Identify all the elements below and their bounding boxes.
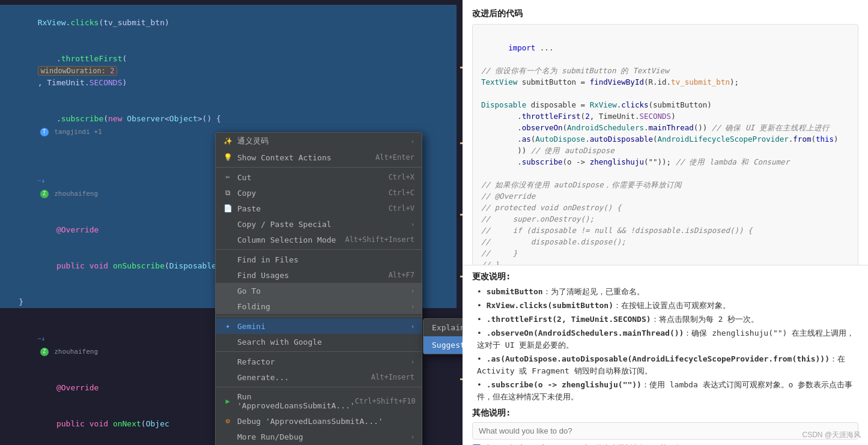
submenu-arrow-gemini: › bbox=[411, 323, 414, 330]
menu-label-paste: Paste bbox=[237, 204, 261, 213]
menu-label-tongyi: 通义灵码 bbox=[237, 136, 269, 147]
shortcut-show-context: Alt+Enter bbox=[375, 153, 414, 162]
menu-item-folding[interactable]: Folding › bbox=[216, 298, 422, 314]
watermark: CSDN @天涯海风 bbox=[802, 430, 861, 440]
menu-divider bbox=[216, 387, 422, 387]
gemini-icon: ✦ bbox=[223, 321, 232, 331]
menu-item-suggest-improvements[interactable]: Suggest Improvements bbox=[423, 336, 463, 354]
menu-divider bbox=[216, 316, 422, 316]
menu-label-copy: Copy bbox=[237, 189, 256, 198]
generate-icon bbox=[223, 372, 232, 382]
paste-icon: 📄 bbox=[223, 204, 232, 213]
submenu-arrow: › bbox=[411, 359, 414, 365]
menu-item-go-to[interactable]: Go To › bbox=[216, 283, 422, 298]
run-icon: ▶ bbox=[223, 396, 232, 406]
menu-item-more-run[interactable]: More Run/Debug › bbox=[216, 429, 422, 444]
change-item: • submitButton：为了清晰起见，已重命名。 bbox=[477, 286, 858, 298]
change-text: • submitButton：为了清晰起见，已重命名。 • RxView.cli… bbox=[472, 286, 858, 403]
menu-label-refactor: Refactor bbox=[237, 357, 275, 366]
menu-item-gemini[interactable]: ✦ Gemini › Explain Code Suggest Improvem… bbox=[216, 318, 422, 334]
tongyi-icon: ✨ bbox=[223, 136, 232, 146]
menu-label-copy-paste-special: Copy / Paste Special bbox=[237, 220, 332, 229]
shortcut-paste: Ctrl+V bbox=[389, 204, 414, 213]
scroll-indicator bbox=[457, 0, 463, 445]
shortcut-run: Ctrl+Shift+F10 bbox=[355, 397, 416, 405]
menu-label-search-google: Search with Google bbox=[237, 338, 322, 347]
chat-input[interactable] bbox=[479, 426, 852, 435]
menu-item-paste[interactable]: 📄 Paste Ctrl+V bbox=[216, 201, 422, 216]
submenu-arrow: › bbox=[411, 221, 414, 228]
copy-icon: ⧉ bbox=[223, 188, 232, 198]
menu-item-debug[interactable]: ⚙ Debug 'ApprovedLoansSubmitA...' bbox=[216, 413, 422, 429]
menu-item-search-google[interactable]: Search with Google bbox=[216, 334, 422, 350]
change-item: • RxView.clicks(submitButton)：在按钮上设置点击可观… bbox=[477, 300, 858, 312]
column-selection-icon bbox=[223, 235, 232, 244]
change-item: • .as(AutoDispose.autoDisposable(Android… bbox=[477, 353, 858, 377]
menu-label-explain-code: Explain Code bbox=[432, 323, 463, 332]
search-google-icon bbox=[223, 337, 232, 347]
input-area bbox=[472, 422, 858, 440]
menu-label-find-files: Find in Files bbox=[237, 255, 299, 264]
copy-paste-icon bbox=[223, 219, 232, 229]
menu-label-run: Run 'ApprovedLoansSubmitA...' bbox=[237, 392, 355, 410]
menu-item-tongyi[interactable]: ✨ 通义灵码 › bbox=[216, 133, 422, 150]
code-line: .throttleFirst( windowDuration: 2 , Time… bbox=[0, 41, 463, 101]
menu-item-column-selection[interactable]: Column Selection Mode Alt+Shift+Insert bbox=[216, 232, 422, 247]
shortcut-copy: Ctrl+C bbox=[389, 189, 414, 197]
menu-label-gemini: Gemini bbox=[237, 322, 266, 331]
change-item: • .observeOn(AndroidSchedulers.mainThrea… bbox=[477, 327, 858, 351]
change-description-section: 更改说明: • submitButton：为了清晰起见，已重命名。 • RxVi… bbox=[463, 265, 868, 445]
find-usages-icon bbox=[223, 270, 232, 280]
menu-divider bbox=[216, 249, 422, 250]
submenu-arrow-goto: › bbox=[411, 288, 414, 294]
menu-item-find-usages[interactable]: Find Usages Alt+F7 bbox=[216, 267, 422, 283]
menu-label-find-usages: Find Usages bbox=[237, 271, 289, 280]
refactor-icon bbox=[223, 357, 232, 366]
menu-label-show-context: Show Context Actions bbox=[237, 153, 332, 162]
menu-label-folding: Folding bbox=[237, 302, 270, 311]
shortcut-column-selection: Alt+Shift+Insert bbox=[345, 235, 414, 244]
shortcut-generate: Alt+Insert bbox=[371, 373, 414, 381]
menu-label-generate: Generate... bbox=[237, 373, 289, 382]
section-title: 改进后的代码 bbox=[472, 7, 858, 19]
cut-icon: ✂ bbox=[223, 172, 232, 182]
code-line: RxView.clicks(tv_submit_btn) bbox=[0, 5, 463, 41]
menu-label-go-to: Go To bbox=[237, 286, 261, 295]
code-block: import ... // 假设你有一个名为 submitButton 的 Te… bbox=[472, 24, 858, 265]
menu-label-more-run: More Run/Debug bbox=[237, 432, 303, 441]
menu-item-run[interactable]: ▶ Run 'ApprovedLoansSubmitA...' Ctrl+Shi… bbox=[216, 389, 422, 413]
gemini-submenu: Explain Code Suggest Improvements bbox=[423, 318, 463, 354]
folding-icon bbox=[223, 301, 232, 311]
go-to-icon bbox=[223, 286, 232, 295]
find-files-icon bbox=[223, 255, 232, 264]
shortcut-find-usages: Alt+F7 bbox=[389, 271, 414, 279]
right-code-section: 改进后的代码 import ... // 假设你有一个名为 submitButt… bbox=[463, 0, 868, 265]
change-item: • .subscribe(o -> zhenglishuju(""))：使用 l… bbox=[477, 379, 858, 403]
context-icon: 💡 bbox=[223, 153, 232, 162]
submenu-arrow: › bbox=[411, 138, 414, 145]
more-run-icon bbox=[223, 432, 232, 441]
submenu-arrow-folding: › bbox=[411, 303, 414, 310]
menu-item-copy-paste-special[interactable]: Copy / Paste Special › bbox=[216, 216, 422, 232]
menu-item-refactor[interactable]: Refactor › bbox=[216, 354, 422, 369]
menu-label-cut: Cut bbox=[237, 173, 251, 182]
menu-label-column-selection: Column Selection Mode bbox=[237, 235, 336, 244]
change-title: 更改说明: bbox=[472, 271, 858, 282]
menu-item-show-context[interactable]: 💡 Show Context Actions Alt+Enter bbox=[216, 150, 422, 165]
change-item: • .throttleFirst(2, TimeUnit.SECONDS)：将点… bbox=[477, 313, 858, 325]
shortcut-cut: Ctrl+X bbox=[389, 173, 414, 181]
submenu-arrow: › bbox=[411, 434, 414, 440]
menu-item-find-files[interactable]: Find in Files bbox=[216, 252, 422, 267]
menu-item-cut[interactable]: ✂ Cut Ctrl+X bbox=[216, 169, 422, 185]
right-panel: 改进后的代码 import ... // 假设你有一个名为 submitButt… bbox=[463, 0, 868, 445]
code-editor: RxView.clicks(tv_submit_btn) .throttleFi… bbox=[0, 0, 463, 445]
menu-item-generate[interactable]: Generate... Alt+Insert bbox=[216, 369, 422, 385]
context-menu: ✨ 通义灵码 › 💡 Show Context Actions Alt+Ente… bbox=[215, 132, 422, 445]
menu-item-explain-code[interactable]: Explain Code bbox=[423, 319, 463, 336]
menu-divider bbox=[216, 351, 422, 352]
menu-label-suggest-improvements: Suggest Improvements bbox=[432, 341, 463, 350]
menu-divider bbox=[216, 167, 422, 168]
debug-icon: ⚙ bbox=[223, 416, 232, 426]
menu-label-debug: Debug 'ApprovedLoansSubmitA...' bbox=[237, 417, 383, 426]
menu-item-copy[interactable]: ⧉ Copy Ctrl+C bbox=[216, 185, 422, 201]
